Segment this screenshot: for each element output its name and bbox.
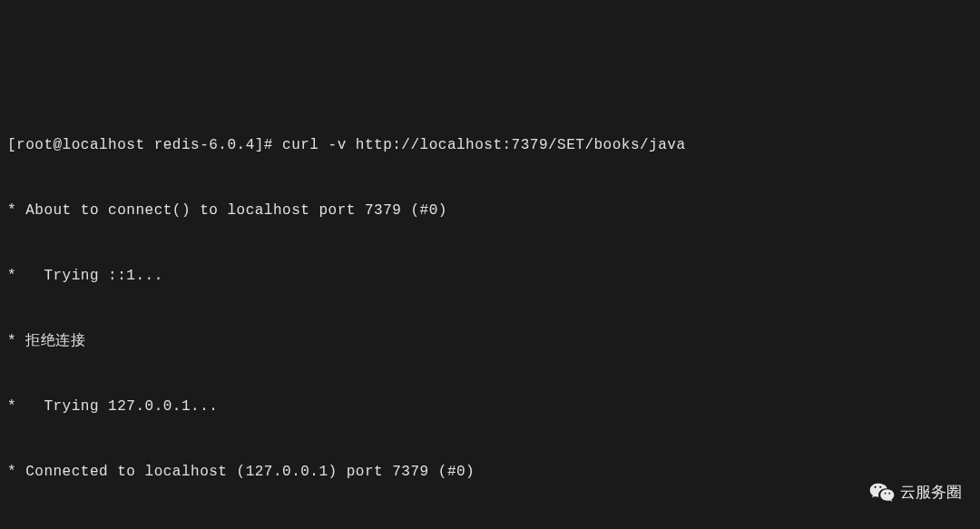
terminal-line: * Connected to localhost (127.0.0.1) por… bbox=[7, 461, 973, 483]
terminal-line: * Trying ::1... bbox=[7, 265, 973, 287]
terminal-line: * About to connect() to localhost port 7… bbox=[7, 200, 973, 221]
watermark-text: 云服务圈 bbox=[900, 481, 962, 505]
terminal-output[interactable]: [root@localhost redis-6.0.4]# curl -v ht… bbox=[7, 91, 973, 529]
terminal-line: * Trying 127.0.0.1... bbox=[7, 396, 973, 417]
watermark: 云服务圈 bbox=[869, 481, 962, 505]
terminal-line: * 拒绝连接 bbox=[7, 330, 973, 352]
terminal-line: [root@localhost redis-6.0.4]# curl -v ht… bbox=[7, 134, 973, 156]
wechat-icon bbox=[869, 482, 895, 503]
